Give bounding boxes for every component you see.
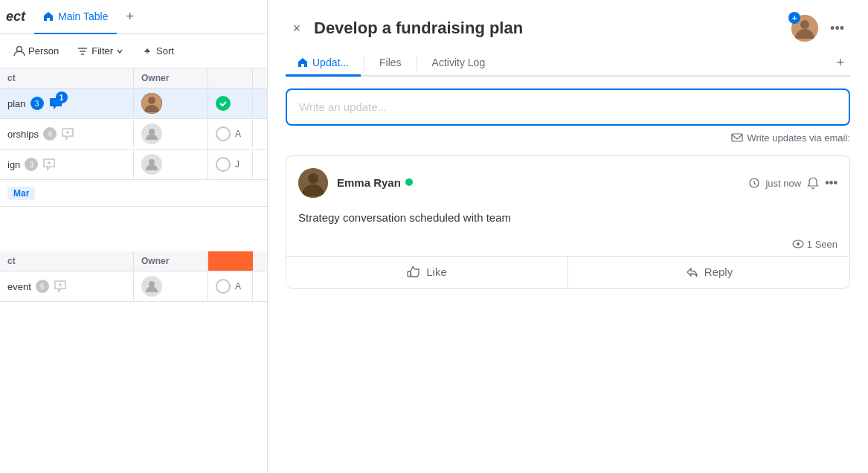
- chat-icon-wrapper[interactable]: 1: [48, 96, 63, 111]
- online-indicator: [405, 178, 413, 186]
- tab-updates[interactable]: Updat...: [286, 51, 361, 77]
- filter-button[interactable]: Filter: [72, 42, 128, 60]
- reply-button-label: Reply: [704, 266, 733, 278]
- detail-title: Develop a fundraising plan: [314, 19, 791, 38]
- seen-count: 1 Seen: [807, 239, 838, 250]
- mar-badge: Mar: [7, 187, 35, 200]
- col-owner-header: Owner: [134, 68, 208, 88]
- app-logo: ect: [6, 9, 25, 25]
- commenter-info: Emma Ryan: [337, 176, 740, 190]
- commenter-avatar: [298, 168, 328, 198]
- tab-separator: [417, 56, 417, 71]
- tab-main-table-label: Main Table: [58, 10, 108, 22]
- row-badge: 6: [36, 280, 49, 293]
- add-tab-detail-button[interactable]: +: [830, 52, 850, 74]
- col-status-header: [208, 68, 253, 88]
- update-card: Emma Ryan just now ••• Strategy conversa…: [286, 155, 850, 289]
- row-owner-cell: [134, 149, 208, 179]
- svg-point-19: [308, 173, 318, 184]
- col-name-header-2: ct: [0, 251, 134, 271]
- tab-files-label: Files: [379, 57, 402, 68]
- table-panel: ect Main Table + Person Filter: [0, 0, 268, 473]
- detail-panel: × Develop a fundraising plan + •••: [268, 0, 868, 473]
- status-empty-icon: [216, 279, 231, 294]
- svg-point-14: [149, 281, 155, 287]
- add-comment-button[interactable]: [61, 127, 74, 141]
- table-row[interactable]: plan 3 1: [0, 89, 267, 119]
- person-filter-button[interactable]: Person: [9, 42, 63, 60]
- comment-time: just now: [765, 178, 801, 189]
- table-row[interactable]: ign 3: [0, 149, 267, 180]
- comment-header: Emma Ryan just now •••: [286, 156, 849, 210]
- status-label: J: [235, 159, 239, 170]
- tab-separator: [364, 56, 364, 71]
- toolbar: Person Filter Sort: [0, 34, 267, 68]
- clock-icon: [749, 178, 759, 188]
- row-status-cell: A: [208, 273, 253, 300]
- sort-button[interactable]: Sort: [137, 42, 179, 60]
- add-comment-button[interactable]: [54, 280, 67, 293]
- svg-point-8: [149, 129, 155, 135]
- like-button-label: Like: [426, 266, 447, 278]
- spacer: [0, 207, 267, 251]
- action-buttons-row: Like Reply: [286, 256, 849, 288]
- empty-row: Mar: [0, 180, 267, 207]
- comment-more-button[interactable]: •••: [825, 176, 838, 190]
- sort-icon: [141, 45, 153, 57]
- update-placeholder: Write an update...: [299, 100, 387, 113]
- filter-chevron-icon: [116, 48, 123, 55]
- add-comment-button[interactable]: [42, 158, 56, 171]
- row-badge: 3: [25, 158, 38, 171]
- status-empty-icon: [216, 126, 231, 141]
- col-status-header-2: [208, 251, 253, 271]
- commenter-name-row: Emma Ryan: [337, 176, 740, 189]
- status-empty-icon: [216, 157, 231, 172]
- svg-rect-23: [408, 271, 411, 277]
- comment-meta: just now •••: [749, 176, 838, 190]
- row-status-cell: [208, 90, 253, 117]
- reply-icon: [685, 266, 698, 279]
- tab-activity-log-label: Activity Log: [432, 57, 486, 68]
- close-button[interactable]: ×: [286, 17, 308, 39]
- row-name-cell: ign 3: [0, 151, 134, 178]
- avatar-image: [141, 93, 162, 114]
- table-header: ct Owner: [0, 68, 267, 89]
- tab-activity-log[interactable]: Activity Log: [420, 51, 498, 77]
- tab-files[interactable]: Files: [367, 51, 414, 77]
- row-name-text: plan: [7, 98, 26, 109]
- tab-updates-label: Updat...: [312, 57, 349, 68]
- like-icon: [407, 266, 420, 279]
- row-owner-cell: [134, 89, 208, 118]
- row-status-cell: A: [208, 120, 253, 147]
- comment-text: Strategy conversation scheduled with tea…: [298, 211, 511, 224]
- email-icon: [731, 132, 743, 144]
- seen-row: 1 Seen: [286, 236, 849, 256]
- table-row[interactable]: event 6: [0, 271, 267, 302]
- row-name-text: event: [7, 281, 31, 292]
- person-placeholder-icon: [144, 157, 159, 172]
- table-container: ct Owner plan 3 1: [0, 68, 267, 473]
- reply-button[interactable]: Reply: [568, 257, 849, 288]
- svg-rect-17: [732, 134, 742, 141]
- like-button[interactable]: Like: [286, 257, 568, 288]
- tab-main-table[interactable]: Main Table: [34, 0, 117, 34]
- row-name-text: orships: [7, 129, 39, 140]
- update-input-area[interactable]: Write an update...: [286, 89, 850, 126]
- header-actions: + •••: [791, 15, 850, 42]
- add-member-icon: +: [788, 12, 800, 24]
- email-update-label: Write updates via email:: [748, 132, 851, 144]
- person-placeholder-icon: [144, 279, 159, 294]
- add-tab-button[interactable]: +: [120, 6, 140, 28]
- row-owner-cell: [134, 271, 208, 301]
- home-tab-icon: [298, 57, 308, 68]
- detail-tabs-bar: Updat... Files Activity Log +: [286, 51, 850, 77]
- table-row[interactable]: orships 4: [0, 119, 267, 149]
- row-name-cell: plan 3 1: [0, 90, 134, 117]
- avatar-placeholder: [141, 276, 162, 297]
- status-label: A: [235, 129, 241, 139]
- row-badge: 4: [43, 127, 57, 141]
- email-update-row: Write updates via email:: [286, 132, 850, 144]
- more-options-button[interactable]: •••: [824, 18, 850, 39]
- row-owner-cell: [134, 119, 208, 149]
- add-member-button[interactable]: +: [791, 15, 818, 42]
